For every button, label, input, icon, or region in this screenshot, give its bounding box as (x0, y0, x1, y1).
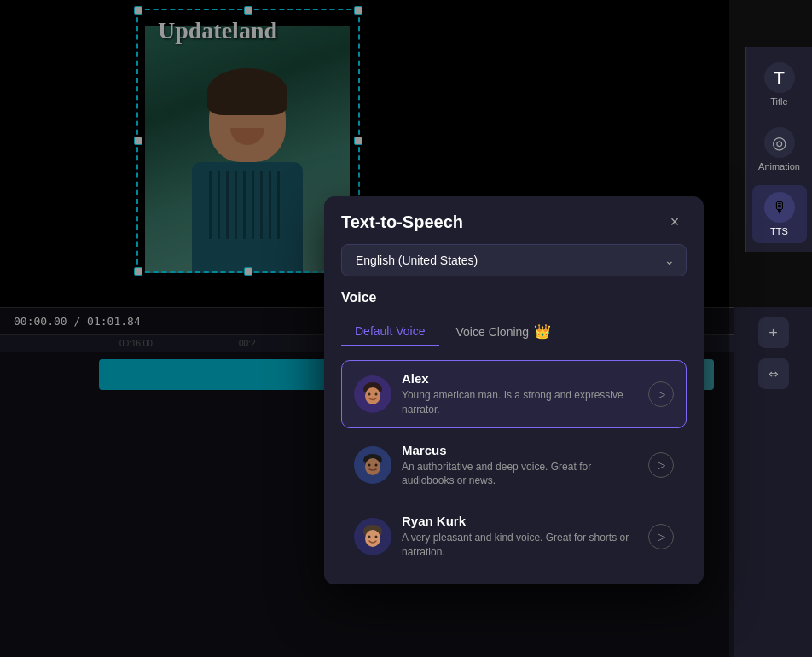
play-icon-alex: ▷ (658, 388, 665, 400)
voice-desc-ryan: A very pleasant and kind voice. Great fo… (402, 531, 638, 560)
svg-point-8 (368, 464, 371, 467)
voice-section-title: Voice (341, 290, 687, 305)
bottom-right-controls: + ⇔ (734, 307, 812, 657)
close-button[interactable]: × (663, 210, 687, 234)
voice-info-marcus: Marcus An authoritative and deep voice. … (402, 443, 638, 489)
animation-icon: ◎ (764, 127, 795, 158)
voice-avatar-ryan (354, 518, 392, 555)
play-icon-marcus: ▷ (658, 459, 665, 471)
toolbar-item-title[interactable]: T Title (752, 55, 807, 113)
svg-point-7 (365, 458, 380, 475)
voice-section: Voice Default Voice Voice Cloning 👑 (324, 290, 704, 571)
modal-title: Text-to-Speech (341, 212, 463, 232)
svg-point-2 (365, 387, 380, 404)
voice-list: Alex Young american man. Is a strong and… (341, 360, 687, 571)
right-toolbar: T Title ◎ Animation 🎙 TTS (745, 47, 812, 252)
svg-point-14 (375, 535, 378, 538)
voice-item-marcus[interactable]: Marcus An authoritative and deep voice. … (341, 432, 687, 500)
voice-name-marcus: Marcus (402, 443, 638, 457)
play-button-marcus[interactable]: ▷ (648, 452, 674, 478)
voice-desc-marcus: An authoritative and deep voice. Great f… (402, 460, 638, 489)
toolbar-item-animation[interactable]: ◎ Animation (752, 120, 807, 178)
voice-avatar-marcus (354, 446, 392, 484)
voice-cloning-label: Voice Cloning (456, 325, 530, 339)
modal-bottom-padding (324, 571, 704, 584)
svg-point-12 (365, 530, 380, 547)
tts-icon: 🎙 (764, 192, 795, 223)
tts-modal: Text-to-Speech × English (United States)… (324, 196, 704, 584)
voice-name-alex: Alex (402, 371, 638, 386)
animation-label: Animation (758, 161, 800, 172)
svg-point-4 (375, 392, 378, 395)
language-select: English (United States) English (UK) Spa… (341, 244, 687, 276)
title-icon: T (764, 62, 795, 93)
title-label: Title (770, 96, 787, 107)
add-track-button[interactable]: + (758, 317, 789, 348)
crown-icon: 👑 (534, 323, 551, 340)
tab-voice-cloning[interactable]: Voice Cloning 👑 (443, 317, 566, 346)
play-button-ryan[interactable]: ▷ (648, 524, 674, 549)
voice-desc-alex: Young american man. Is a strong and expr… (402, 388, 638, 417)
play-button-alex[interactable]: ▷ (648, 381, 674, 407)
voice-info-alex: Alex Young american man. Is a strong and… (402, 371, 638, 417)
voice-tabs: Default Voice Voice Cloning 👑 (341, 316, 687, 346)
voice-item-ryan[interactable]: Ryan Kurk A very pleasant and kind voice… (341, 503, 687, 571)
svg-point-13 (368, 535, 371, 538)
svg-point-3 (368, 392, 371, 395)
language-dropdown[interactable]: English (United States) English (UK) Spa… (341, 244, 687, 276)
voice-info-ryan: Ryan Kurk A very pleasant and kind voice… (402, 514, 638, 560)
svg-point-9 (375, 464, 378, 467)
tab-default-voice[interactable]: Default Voice (341, 317, 439, 346)
toolbar-item-tts[interactable]: 🎙 TTS (752, 185, 807, 243)
tts-label: TTS (770, 226, 788, 236)
modal-header: Text-to-Speech × (324, 196, 704, 244)
fit-track-button[interactable]: ⇔ (758, 358, 789, 389)
voice-item-alex[interactable]: Alex Young american man. Is a strong and… (341, 360, 687, 428)
play-icon-ryan: ▷ (658, 531, 665, 543)
voice-avatar-alex (354, 375, 392, 413)
voice-name-ryan: Ryan Kurk (402, 514, 638, 528)
